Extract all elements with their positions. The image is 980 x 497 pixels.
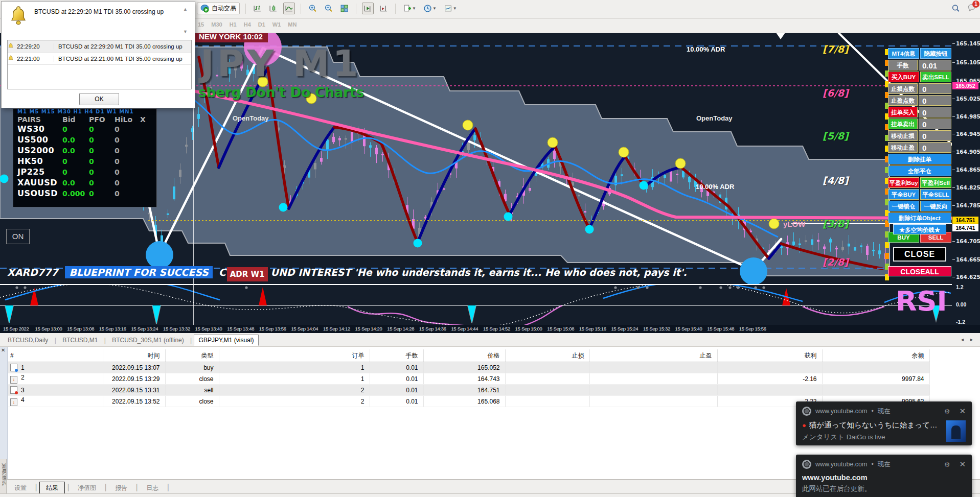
ok-button[interactable]: OK	[79, 93, 119, 105]
trade-panel-row: 止盈点数0	[888, 95, 951, 106]
close-profit-sell-button[interactable]: 平盈利Sell	[920, 177, 951, 188]
buy-button[interactable]: 买入BUY	[888, 72, 919, 82]
templates-button[interactable]: ▼	[442, 3, 459, 14]
zoom-in-button[interactable]	[307, 3, 318, 14]
pairs-row-us500: US5000.000	[13, 134, 156, 145]
mt4-info-button[interactable]: MT4信息	[888, 48, 919, 59]
close-profit-buy-button[interactable]: 平盈利Buy	[888, 177, 919, 188]
timeframe-M30[interactable]: M30	[211, 21, 222, 28]
settings-gear-icon[interactable]: ⚙	[944, 461, 950, 468]
close-panel-icon[interactable]: ✕	[1, 347, 5, 353]
takeprofit-points-label[interactable]: 止盈点数	[888, 95, 918, 106]
close-all-sell-button[interactable]: 平全SELL	[920, 189, 951, 200]
browser-notification-2[interactable]: www.youtube.com • 现在 ⚙ ✕ www.youtube.com…	[796, 455, 972, 497]
chrome-icon	[802, 460, 811, 469]
pending-sell-button[interactable]: 挂单卖出	[888, 119, 918, 129]
settings-gear-icon[interactable]: ⚙	[944, 408, 950, 415]
one-click-reverse-button[interactable]: 一键反向	[920, 201, 951, 211]
candlestick-button[interactable]	[267, 3, 279, 14]
pair-symbol: US500	[17, 135, 62, 145]
tester-tab-3[interactable]: 净值图	[72, 482, 102, 494]
tester-tab-5[interactable]: 日志	[140, 482, 165, 494]
time-axis-label: 15 Sep 13:56	[259, 326, 286, 332]
zoom-out-button[interactable]	[323, 3, 334, 14]
timeframe-H1[interactable]: H1	[230, 21, 237, 28]
tile-windows-button[interactable]	[338, 3, 350, 14]
adr-w1-badge: ADR W1	[227, 267, 268, 281]
close-icon[interactable]: ✕	[959, 460, 966, 469]
chart-tab-1[interactable]: BTCUSD,Daily	[3, 335, 53, 345]
one-click-hedge-button[interactable]: 一键锁仓	[888, 201, 919, 211]
pair-hilo: 0	[115, 147, 140, 155]
trailing-profit-label[interactable]: 移动止盈	[888, 142, 918, 153]
popup-source: www.youtube.com	[815, 461, 867, 468]
timeframe-H4[interactable]: H4	[244, 21, 251, 28]
table-header-止盈: 止盈	[589, 349, 717, 362]
closeall-button[interactable]: CLOSEALL	[888, 266, 951, 276]
scroll-up-icon[interactable]: ▲	[183, 7, 188, 12]
timeframe-15[interactable]: 15	[198, 21, 204, 28]
trailing-profit-value[interactable]: 0	[919, 142, 951, 153]
close-button[interactable]: CLOSE	[893, 247, 946, 262]
scroll-down-icon[interactable]: ▼	[183, 29, 188, 34]
timeframe-D1[interactable]: D1	[258, 21, 265, 28]
tab-separator: |	[53, 337, 58, 344]
pending-buy-button[interactable]: 挂单买入	[888, 107, 918, 117]
chart-tab-3[interactable]: BTCUSD_30S,M1 (offline)	[107, 335, 189, 345]
stoploss-points-label[interactable]: 止损点数	[888, 83, 918, 94]
lots-value[interactable]: 0.01	[919, 60, 951, 70]
delete-order-object-button[interactable]: 删除订单Object	[888, 212, 951, 223]
pair-symbol: XAUUSD	[17, 178, 62, 187]
delete-pending-button[interactable]: 删除挂单	[888, 154, 951, 164]
close-icon[interactable]: ✕	[959, 407, 966, 416]
browser-notification-1[interactable]: www.youtube.com • 现在 ⚙ ✕ ●猫が通って知らないうちに始ま…	[796, 401, 972, 445]
auto-scroll-button[interactable]	[362, 3, 374, 14]
timeframe-W1[interactable]: W1	[272, 21, 281, 28]
tab-scroll-left[interactable]: ◄	[960, 337, 965, 342]
pairs-timeframe-strip[interactable]: M1 M5 M15 M30 H1 H4 D1 W1 MN1	[13, 109, 156, 114]
timeframe-MN[interactable]: MN	[288, 21, 297, 28]
chart-tab-2[interactable]: BTCUSD,M1	[58, 335, 102, 345]
table-cell: 164.751	[423, 385, 505, 396]
avg-price-line-button[interactable]: ★多空均价线★	[893, 224, 946, 234]
lots-label[interactable]: 手数	[888, 60, 918, 70]
close-all-buy-button[interactable]: 平全BUY	[888, 189, 919, 200]
pending-buy-value[interactable]: 0	[919, 107, 951, 117]
rsi-indicator-panel[interactable]	[0, 284, 952, 326]
close-all-positions-button[interactable]: 全部平仓	[888, 165, 951, 176]
pending-sell-value[interactable]: 0	[919, 119, 951, 129]
line-chart-button[interactable]	[283, 3, 295, 14]
period-clock-button[interactable]: ▼	[422, 3, 438, 14]
trailing-stop-label[interactable]: 移动止损	[888, 130, 918, 141]
hide-buttons-button[interactable]: 隐藏按钮	[920, 48, 951, 59]
tester-tab-4[interactable]: 报告	[109, 482, 133, 494]
search-icon[interactable]	[951, 4, 960, 13]
takeprofit-points-value[interactable]: 0	[919, 95, 951, 106]
bar-chart-button[interactable]	[252, 3, 263, 14]
tab-separator: |	[33, 483, 39, 491]
table-row[interactable]: 32022.09.15 13:31sell20.01164.751	[8, 385, 929, 396]
tester-tab-2[interactable]: 结果	[39, 482, 65, 494]
on-toggle-button[interactable]: ON	[6, 229, 30, 244]
table-cell: 0.01	[370, 385, 423, 396]
new-order-button[interactable]: ▼	[401, 3, 418, 14]
autotrade-button[interactable]: 自动交易	[197, 3, 240, 14]
table-row[interactable]: 12022.09.15 13:07buy10.01165.052	[8, 362, 929, 373]
sell-button[interactable]: 卖出SELL	[920, 72, 951, 82]
alert-list-item[interactable]: 22:21:00BTCUSD at 22:21:00 M1 TDI 35.00 …	[8, 53, 191, 65]
tester-tab-1[interactable]: 设置	[8, 482, 33, 494]
time-axis-label: 15 Sep 13:48	[227, 326, 254, 332]
notifications-button[interactable]: 1	[967, 3, 976, 14]
chart-shift-button[interactable]	[378, 3, 390, 14]
pairs-row-us2000: US20000.000	[13, 145, 156, 156]
trailing-stop-value[interactable]: 0	[919, 130, 951, 141]
pair-hilo: 0	[115, 136, 140, 144]
chart-tab-4[interactable]: GBPJPY,M1 (visual)	[194, 335, 259, 346]
table-row[interactable]: ↓22022.09.15 13:29close10.01164.743-2.16…	[8, 373, 929, 385]
opentoday-right: OpenToday	[696, 114, 733, 122]
stoploss-points-value[interactable]: 0	[919, 83, 951, 94]
time-axis-label: 15 Sep 14:12	[323, 326, 350, 332]
table-row[interactable]: ↓42022.09.15 13:52close20.01165.068-2.22…	[8, 396, 929, 407]
alert-list-item[interactable]: 22:29:20BTCUSD at 22:29:20 M1 TDI 35.00 …	[8, 40, 191, 53]
tab-scroll-right[interactable]: ►	[969, 337, 974, 342]
